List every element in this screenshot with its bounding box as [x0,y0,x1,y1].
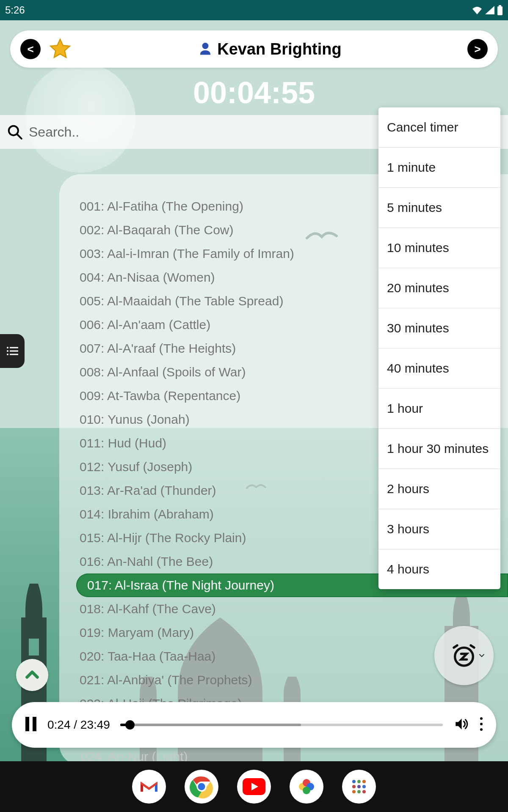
snooze-alarm-icon [450,642,478,669]
list-icon [6,346,18,356]
search-icon [7,124,23,140]
pause-button[interactable] [25,717,37,733]
svg-point-14 [480,723,483,725]
svg-point-23 [303,787,310,794]
chrome-icon [190,775,213,798]
more-vert-icon [479,717,483,731]
track-item[interactable]: 018: Al-Kahf (The Cave) [80,597,508,621]
pause-icon [25,717,37,731]
svg-point-29 [362,785,366,788]
timer-menu-option[interactable]: 10 minutes [378,228,500,268]
svg-point-8 [7,354,8,355]
timer-menu-option[interactable]: 1 minute [378,148,500,188]
timer-menu: Cancel timer1 minute5 minutes10 minutes2… [378,107,500,589]
volume-icon [453,716,469,732]
svg-point-25 [357,780,361,783]
time-separator: / [71,718,80,731]
youtube-app-icon[interactable] [237,770,271,804]
svg-rect-7 [10,351,18,352]
sleep-timer-button[interactable] [434,626,494,685]
svg-point-6 [7,350,8,352]
chevron-down-icon [478,651,486,660]
countdown-timer: 00:04:55 [0,75,508,110]
svg-line-3 [17,134,22,139]
favorite-star-icon[interactable] [48,37,72,61]
status-icons [472,5,503,15]
svg-rect-11 [25,717,29,731]
prev-button[interactable]: < [20,39,41,59]
header-bar: < Kevan Brighting > [10,30,498,68]
side-drawer-toggle[interactable] [0,334,25,368]
svg-point-32 [362,790,366,793]
svg-rect-12 [33,717,36,731]
seek-bar[interactable] [120,724,443,726]
chevron-up-icon [23,666,41,684]
apps-grid-icon [351,778,367,795]
progress-loaded [120,724,301,726]
seek-thumb [125,720,135,730]
total-time: 23:49 [80,718,110,731]
timer-menu-option[interactable]: 4 hours [378,549,500,589]
svg-point-28 [357,785,361,788]
timer-menu-option[interactable]: 2 hours [378,469,500,509]
gmail-icon [139,779,159,794]
timer-menu-option[interactable]: 20 minutes [378,268,500,308]
timer-menu-option[interactable]: 1 hour [378,389,500,429]
more-options-button[interactable] [479,717,483,733]
system-nav-bar [0,761,508,812]
elapsed-time: 0:24 [47,718,71,731]
svg-point-26 [362,780,366,783]
svg-point-13 [480,717,483,720]
next-button[interactable]: > [467,39,488,59]
app-drawer-icon[interactable] [342,770,376,804]
status-bar: 5:26 [0,0,508,20]
person-icon [198,41,213,57]
svg-point-24 [352,780,356,783]
timer-menu-option[interactable]: Cancel timer [378,107,500,148]
svg-rect-1 [499,5,501,6]
timer-menu-option[interactable]: 5 minutes [378,188,500,228]
next-label: > [474,43,480,56]
timer-menu-option[interactable]: 3 hours [378,509,500,549]
svg-point-15 [480,728,483,731]
youtube-icon [243,778,265,795]
svg-point-30 [352,790,356,793]
chrome-app-icon[interactable] [185,770,218,804]
header-title: Kevan Brighting [72,40,467,58]
svg-rect-9 [10,354,18,355]
svg-point-27 [352,785,356,788]
svg-point-31 [357,790,361,793]
svg-rect-5 [10,347,18,348]
battery-icon [497,5,503,15]
status-time: 5:26 [5,4,25,16]
signal-icon [485,6,494,14]
svg-rect-0 [497,6,502,15]
svg-point-4 [7,347,8,348]
volume-button[interactable] [453,716,469,734]
timer-menu-option[interactable]: 30 minutes [378,308,500,348]
timer-menu-option[interactable]: 40 minutes [378,348,500,389]
prev-label: < [27,43,33,56]
scroll-to-top-button[interactable] [16,659,48,691]
timer-menu-option[interactable]: 1 hour 30 minutes [378,429,500,469]
player-time: 0:24 / 23:49 [47,718,110,732]
gmail-app-icon[interactable] [132,770,166,804]
audio-player: 0:24 / 23:49 [12,702,496,748]
photos-icon [296,776,317,797]
photos-app-icon[interactable] [290,770,323,804]
reciter-name: Kevan Brighting [217,40,341,58]
wifi-icon [472,6,483,14]
